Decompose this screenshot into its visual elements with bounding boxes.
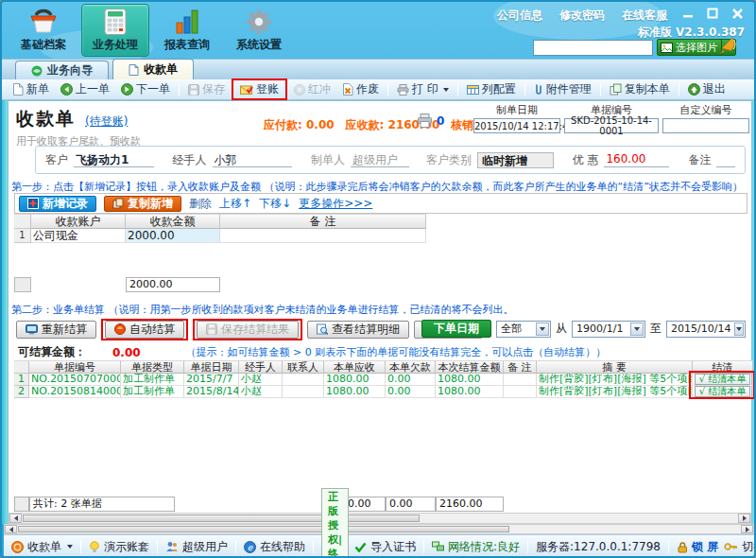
move-up-link[interactable]: 上移↑: [219, 196, 251, 212]
cell-handler[interactable]: 小赵: [239, 386, 283, 398]
scroll-left-arrow[interactable]: [5, 525, 17, 533]
tab-business-wizard[interactable]: 业务向导: [15, 61, 109, 79]
custom-no-input[interactable]: [662, 118, 749, 133]
cell-settle-amount[interactable]: 1080.00: [436, 374, 504, 386]
envelope-check-icon: [240, 84, 253, 96]
doc-type-menu[interactable]: 收款单: [11, 539, 73, 555]
company-info-link[interactable]: 公司信息: [497, 8, 542, 24]
range-combo[interactable]: 全部: [496, 321, 551, 338]
scroll-left-arrow[interactable]: [9, 514, 22, 523]
cell-remark[interactable]: [504, 386, 537, 398]
minimize-button[interactable]: [680, 7, 696, 20]
chevron-down-icon[interactable]: [734, 323, 744, 336]
next-doc-button[interactable]: 下一单: [116, 80, 175, 98]
delete-link[interactable]: 删除: [189, 196, 212, 212]
print-button[interactable]: 打 印: [392, 80, 454, 98]
cell-receivable[interactable]: 1080.00: [324, 386, 386, 398]
cell-bill-no[interactable]: NO.201508140001: [29, 386, 121, 398]
print-count-widget[interactable]: 0: [417, 113, 444, 128]
scroll-right-arrow[interactable]: [738, 514, 750, 523]
more-actions-link[interactable]: 更多操作>>>: [299, 196, 372, 212]
table-horizontal-scrollbar[interactable]: [9, 513, 751, 524]
customer-label: 客户: [45, 152, 68, 168]
separator: [527, 540, 528, 553]
tab-receipt-form[interactable]: 收款单: [112, 59, 194, 79]
clear-bill-button[interactable]: √ 结清本单: [695, 374, 750, 385]
cell-owed[interactable]: 0.00: [386, 386, 436, 398]
cell-bill-type[interactable]: 加工制作单: [121, 386, 184, 398]
current-user-item[interactable]: 超级用户: [165, 539, 228, 555]
chevron-down-icon[interactable]: [630, 323, 644, 336]
cell-remark[interactable]: [504, 374, 537, 386]
cell-handler[interactable]: 小赵: [239, 374, 283, 386]
window-horizontal-scrollbar[interactable]: [4, 524, 754, 534]
horn-icon[interactable]: [718, 35, 741, 56]
register-button[interactable]: 登账: [235, 80, 284, 98]
remark-input[interactable]: [716, 152, 735, 167]
view-settle-detail-button[interactable]: 查看结算明细: [307, 321, 409, 339]
close-button[interactable]: [730, 7, 745, 20]
cell-owed[interactable]: 0.00: [386, 374, 436, 386]
total-rownum-cell: [14, 277, 31, 292]
online-help-item[interactable]: e 在线帮助: [244, 539, 305, 555]
cell-bill-type[interactable]: 加工制作单: [121, 374, 184, 386]
make-date-combo[interactable]: 2015/10/14 12:17:44: [473, 118, 560, 133]
red-flush-button[interactable]: 红冲: [289, 80, 335, 98]
cell-bill-no[interactable]: NO.201507070001: [29, 374, 121, 386]
lock-screen-item[interactable]: 锁 屏: [677, 539, 718, 555]
recalculate-button[interactable]: 重新结算: [16, 321, 96, 339]
cell-account[interactable]: 公司现金: [31, 229, 126, 243]
module-basic-archives[interactable]: 基础档案: [9, 4, 77, 57]
customer-input[interactable]: 飞扬动力1: [74, 152, 154, 167]
doc-no-field: 单据编号 SKD-2015-10-14-0001: [564, 103, 659, 133]
cell-receivable[interactable]: 1080.00: [324, 374, 386, 386]
switch-user-item[interactable]: 切换用户: [724, 539, 756, 555]
cell-summary[interactable]: 制作[背胶][灯布][海报] 等5个项目: [537, 386, 693, 398]
cell-bill-date[interactable]: 2015/7/7: [184, 374, 239, 386]
auto-settle-button[interactable]: 自动结算: [105, 321, 184, 339]
move-down-link[interactable]: 下移↓: [259, 196, 291, 212]
attachments-button[interactable]: 附件管理: [529, 80, 596, 98]
save-settle-result-button[interactable]: 保存结算结果: [197, 321, 299, 339]
save-button[interactable]: 保存: [183, 80, 230, 98]
scroll-right-arrow[interactable]: [741, 525, 753, 533]
add-record-button[interactable]: 新增记录: [19, 196, 96, 212]
import-cert-item[interactable]: 导入证书: [354, 539, 416, 555]
module-report-query[interactable]: 报表查询: [153, 4, 221, 57]
image-search-input[interactable]: [533, 40, 653, 56]
payable-amount: 应付款: 0.00: [264, 117, 335, 133]
maximize-button[interactable]: [705, 7, 720, 20]
scrollbar-thumb[interactable]: [18, 526, 509, 532]
online-service-link[interactable]: 在线客服: [622, 8, 667, 24]
order-date-button[interactable]: 下单日期: [421, 320, 491, 338]
cell-bill-date[interactable]: 2015/8/14: [184, 386, 239, 398]
cell-amount[interactable]: 2000.00: [126, 229, 220, 243]
copy-add-button[interactable]: 复制新增: [104, 196, 181, 212]
cell-contact[interactable]: [283, 386, 324, 398]
cell-settle-amount[interactable]: 1080.00: [436, 386, 504, 398]
cell-summary[interactable]: 制作[背胶][灯布][海报] 等5个项目: [537, 374, 693, 386]
clear-bill-button[interactable]: √ 结清本单: [695, 386, 750, 397]
key-icon: [724, 541, 738, 552]
new-doc-button[interactable]: 新单: [8, 80, 54, 98]
to-date-combo[interactable]: 2015/10/14: [666, 321, 746, 338]
doc-no-value[interactable]: SKD-2015-10-14-0001: [564, 118, 659, 133]
handler-input[interactable]: 小郭: [213, 152, 293, 167]
column-config-button[interactable]: 列配置: [462, 80, 521, 98]
discount-input[interactable]: 160.00: [604, 152, 669, 167]
prev-doc-button[interactable]: 上一单: [56, 80, 114, 98]
account-set-item[interactable]: 演示账套: [89, 539, 149, 555]
from-date-combo[interactable]: 1900/1/1: [572, 321, 645, 338]
cell-contact[interactable]: [283, 374, 324, 386]
module-business-process[interactable]: 业务处理: [81, 4, 149, 57]
chevron-down-icon[interactable]: [536, 323, 549, 336]
cell-remark[interactable]: [220, 229, 426, 243]
change-password-link[interactable]: 修改密码: [559, 8, 605, 24]
custom-no-field: 自定义编号: [662, 103, 749, 133]
exit-button[interactable]: 退出: [683, 80, 730, 98]
module-system-settings[interactable]: 系统设置: [225, 4, 293, 57]
scrollbar-thumb[interactable]: [23, 514, 420, 522]
copy-doc-button[interactable]: 复制本单: [605, 80, 675, 98]
doc-status-link[interactable]: (待登账): [85, 113, 128, 130]
void-button[interactable]: 作废: [337, 80, 384, 98]
